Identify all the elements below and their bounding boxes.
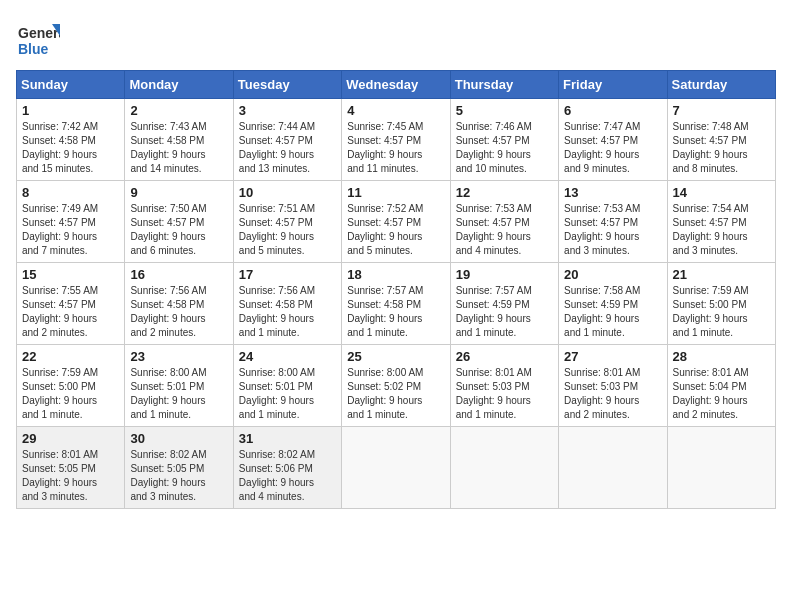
day-info: Sunrise: 7:59 AM Sunset: 5:00 PM Dayligh… bbox=[673, 284, 770, 340]
day-info: Sunrise: 8:00 AM Sunset: 5:01 PM Dayligh… bbox=[239, 366, 336, 422]
day-number: 21 bbox=[673, 267, 770, 282]
day-info: Sunrise: 7:57 AM Sunset: 4:58 PM Dayligh… bbox=[347, 284, 444, 340]
calendar-cell: 18Sunrise: 7:57 AM Sunset: 4:58 PM Dayli… bbox=[342, 263, 450, 345]
day-number: 28 bbox=[673, 349, 770, 364]
day-number: 22 bbox=[22, 349, 119, 364]
day-number: 13 bbox=[564, 185, 661, 200]
col-header-saturday: Saturday bbox=[667, 71, 775, 99]
calendar-cell: 15Sunrise: 7:55 AM Sunset: 4:57 PM Dayli… bbox=[17, 263, 125, 345]
calendar-cell: 29Sunrise: 8:01 AM Sunset: 5:05 PM Dayli… bbox=[17, 427, 125, 509]
day-info: Sunrise: 8:02 AM Sunset: 5:06 PM Dayligh… bbox=[239, 448, 336, 504]
day-info: Sunrise: 7:53 AM Sunset: 4:57 PM Dayligh… bbox=[456, 202, 553, 258]
day-info: Sunrise: 8:02 AM Sunset: 5:05 PM Dayligh… bbox=[130, 448, 227, 504]
day-number: 16 bbox=[130, 267, 227, 282]
svg-text:Blue: Blue bbox=[18, 41, 49, 57]
calendar-cell: 13Sunrise: 7:53 AM Sunset: 4:57 PM Dayli… bbox=[559, 181, 667, 263]
svg-text:General: General bbox=[18, 25, 60, 41]
col-header-wednesday: Wednesday bbox=[342, 71, 450, 99]
day-info: Sunrise: 7:53 AM Sunset: 4:57 PM Dayligh… bbox=[564, 202, 661, 258]
day-number: 6 bbox=[564, 103, 661, 118]
day-number: 11 bbox=[347, 185, 444, 200]
day-number: 14 bbox=[673, 185, 770, 200]
calendar-cell: 11Sunrise: 7:52 AM Sunset: 4:57 PM Dayli… bbox=[342, 181, 450, 263]
calendar-cell: 16Sunrise: 7:56 AM Sunset: 4:58 PM Dayli… bbox=[125, 263, 233, 345]
calendar-cell: 26Sunrise: 8:01 AM Sunset: 5:03 PM Dayli… bbox=[450, 345, 558, 427]
day-info: Sunrise: 7:56 AM Sunset: 4:58 PM Dayligh… bbox=[239, 284, 336, 340]
day-info: Sunrise: 8:00 AM Sunset: 5:01 PM Dayligh… bbox=[130, 366, 227, 422]
day-info: Sunrise: 7:48 AM Sunset: 4:57 PM Dayligh… bbox=[673, 120, 770, 176]
day-info: Sunrise: 7:51 AM Sunset: 4:57 PM Dayligh… bbox=[239, 202, 336, 258]
day-number: 4 bbox=[347, 103, 444, 118]
calendar-cell: 6Sunrise: 7:47 AM Sunset: 4:57 PM Daylig… bbox=[559, 99, 667, 181]
day-info: Sunrise: 7:57 AM Sunset: 4:59 PM Dayligh… bbox=[456, 284, 553, 340]
day-info: Sunrise: 7:52 AM Sunset: 4:57 PM Dayligh… bbox=[347, 202, 444, 258]
calendar-cell: 30Sunrise: 8:02 AM Sunset: 5:05 PM Dayli… bbox=[125, 427, 233, 509]
day-info: Sunrise: 7:45 AM Sunset: 4:57 PM Dayligh… bbox=[347, 120, 444, 176]
col-header-thursday: Thursday bbox=[450, 71, 558, 99]
col-header-friday: Friday bbox=[559, 71, 667, 99]
calendar-cell bbox=[559, 427, 667, 509]
calendar-cell: 20Sunrise: 7:58 AM Sunset: 4:59 PM Dayli… bbox=[559, 263, 667, 345]
day-number: 30 bbox=[130, 431, 227, 446]
col-header-monday: Monday bbox=[125, 71, 233, 99]
day-info: Sunrise: 7:49 AM Sunset: 4:57 PM Dayligh… bbox=[22, 202, 119, 258]
day-number: 12 bbox=[456, 185, 553, 200]
calendar-cell bbox=[342, 427, 450, 509]
calendar-cell: 22Sunrise: 7:59 AM Sunset: 5:00 PM Dayli… bbox=[17, 345, 125, 427]
day-info: Sunrise: 8:01 AM Sunset: 5:04 PM Dayligh… bbox=[673, 366, 770, 422]
day-info: Sunrise: 7:55 AM Sunset: 4:57 PM Dayligh… bbox=[22, 284, 119, 340]
day-number: 2 bbox=[130, 103, 227, 118]
calendar-cell: 14Sunrise: 7:54 AM Sunset: 4:57 PM Dayli… bbox=[667, 181, 775, 263]
day-info: Sunrise: 7:42 AM Sunset: 4:58 PM Dayligh… bbox=[22, 120, 119, 176]
day-number: 23 bbox=[130, 349, 227, 364]
day-info: Sunrise: 7:44 AM Sunset: 4:57 PM Dayligh… bbox=[239, 120, 336, 176]
calendar-week-4: 22Sunrise: 7:59 AM Sunset: 5:00 PM Dayli… bbox=[17, 345, 776, 427]
calendar-cell: 1Sunrise: 7:42 AM Sunset: 4:58 PM Daylig… bbox=[17, 99, 125, 181]
calendar-cell: 12Sunrise: 7:53 AM Sunset: 4:57 PM Dayli… bbox=[450, 181, 558, 263]
calendar-cell: 17Sunrise: 7:56 AM Sunset: 4:58 PM Dayli… bbox=[233, 263, 341, 345]
calendar-cell: 25Sunrise: 8:00 AM Sunset: 5:02 PM Dayli… bbox=[342, 345, 450, 427]
calendar-cell bbox=[667, 427, 775, 509]
day-number: 8 bbox=[22, 185, 119, 200]
calendar-header-row: SundayMondayTuesdayWednesdayThursdayFrid… bbox=[17, 71, 776, 99]
day-number: 25 bbox=[347, 349, 444, 364]
day-number: 27 bbox=[564, 349, 661, 364]
calendar-cell: 27Sunrise: 8:01 AM Sunset: 5:03 PM Dayli… bbox=[559, 345, 667, 427]
day-info: Sunrise: 7:58 AM Sunset: 4:59 PM Dayligh… bbox=[564, 284, 661, 340]
calendar-week-3: 15Sunrise: 7:55 AM Sunset: 4:57 PM Dayli… bbox=[17, 263, 776, 345]
day-info: Sunrise: 7:47 AM Sunset: 4:57 PM Dayligh… bbox=[564, 120, 661, 176]
calendar-cell: 2Sunrise: 7:43 AM Sunset: 4:58 PM Daylig… bbox=[125, 99, 233, 181]
calendar-cell: 8Sunrise: 7:49 AM Sunset: 4:57 PM Daylig… bbox=[17, 181, 125, 263]
day-info: Sunrise: 8:01 AM Sunset: 5:05 PM Dayligh… bbox=[22, 448, 119, 504]
calendar-cell bbox=[450, 427, 558, 509]
day-number: 17 bbox=[239, 267, 336, 282]
day-number: 5 bbox=[456, 103, 553, 118]
day-number: 3 bbox=[239, 103, 336, 118]
page-header: General Blue bbox=[16, 16, 776, 60]
col-header-sunday: Sunday bbox=[17, 71, 125, 99]
day-number: 18 bbox=[347, 267, 444, 282]
calendar-cell: 19Sunrise: 7:57 AM Sunset: 4:59 PM Dayli… bbox=[450, 263, 558, 345]
day-number: 10 bbox=[239, 185, 336, 200]
calendar-cell: 4Sunrise: 7:45 AM Sunset: 4:57 PM Daylig… bbox=[342, 99, 450, 181]
calendar-table: SundayMondayTuesdayWednesdayThursdayFrid… bbox=[16, 70, 776, 509]
calendar-cell: 10Sunrise: 7:51 AM Sunset: 4:57 PM Dayli… bbox=[233, 181, 341, 263]
logo-icon: General Blue bbox=[16, 16, 60, 60]
day-number: 20 bbox=[564, 267, 661, 282]
day-info: Sunrise: 7:50 AM Sunset: 4:57 PM Dayligh… bbox=[130, 202, 227, 258]
logo: General Blue bbox=[16, 16, 64, 60]
day-info: Sunrise: 7:56 AM Sunset: 4:58 PM Dayligh… bbox=[130, 284, 227, 340]
calendar-cell: 31Sunrise: 8:02 AM Sunset: 5:06 PM Dayli… bbox=[233, 427, 341, 509]
calendar-cell: 28Sunrise: 8:01 AM Sunset: 5:04 PM Dayli… bbox=[667, 345, 775, 427]
day-info: Sunrise: 7:46 AM Sunset: 4:57 PM Dayligh… bbox=[456, 120, 553, 176]
day-number: 26 bbox=[456, 349, 553, 364]
day-info: Sunrise: 8:01 AM Sunset: 5:03 PM Dayligh… bbox=[456, 366, 553, 422]
col-header-tuesday: Tuesday bbox=[233, 71, 341, 99]
calendar-cell: 24Sunrise: 8:00 AM Sunset: 5:01 PM Dayli… bbox=[233, 345, 341, 427]
day-info: Sunrise: 7:54 AM Sunset: 4:57 PM Dayligh… bbox=[673, 202, 770, 258]
calendar-cell: 7Sunrise: 7:48 AM Sunset: 4:57 PM Daylig… bbox=[667, 99, 775, 181]
day-number: 1 bbox=[22, 103, 119, 118]
day-number: 29 bbox=[22, 431, 119, 446]
day-number: 7 bbox=[673, 103, 770, 118]
day-info: Sunrise: 8:00 AM Sunset: 5:02 PM Dayligh… bbox=[347, 366, 444, 422]
